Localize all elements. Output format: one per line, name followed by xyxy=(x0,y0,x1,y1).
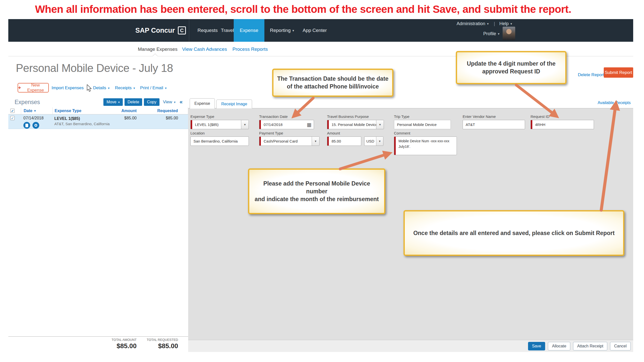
menu-separator: | xyxy=(494,21,495,26)
delete-report-link[interactable]: Delete Report xyxy=(578,72,604,77)
select-all-checkbox[interactable]: ✓ xyxy=(10,109,15,113)
allocate-button[interactable]: Allocate xyxy=(548,342,570,350)
tab-expense[interactable]: Expense xyxy=(190,98,215,109)
plus-icon: + xyxy=(18,85,21,91)
copy-button[interactable]: Copy xyxy=(144,98,159,106)
required-bar xyxy=(327,137,329,146)
expense-type-field[interactable]: LEVEL 1($85) ▾ xyxy=(190,120,249,129)
sap-concur-logo: SAP Concur C xyxy=(135,19,186,42)
expenses-panel: Expenses Move▾ Delete Copy View▾ « ✓ Dat… xyxy=(8,97,188,352)
caret-down-icon: ▾ xyxy=(292,29,294,32)
detail-action-bar: Save Allocate Attach Receipt Cancel xyxy=(188,340,633,352)
view-menu[interactable]: View▾ xyxy=(163,100,176,105)
new-expense-button[interactable]: + New Expense xyxy=(18,83,49,93)
caret-down-icon: ▾ xyxy=(487,22,489,26)
subnav-item-view-cash-advances[interactable]: View Cash Advances xyxy=(182,47,227,52)
nav-item-requests[interactable]: Requests xyxy=(197,19,218,42)
comment-field[interactable]: Mobile Device Num -xxx-xxx-xxx July18'. xyxy=(394,137,457,155)
required-bar xyxy=(531,120,532,129)
subnav-item-manage-expenses[interactable]: Manage Expenses xyxy=(138,47,177,52)
dropdown-chevron-icon[interactable]: ▾ xyxy=(312,137,319,146)
receipt-icon[interactable] xyxy=(23,122,30,129)
caret-down-icon: ▾ xyxy=(498,32,500,36)
expenses-title: Expenses xyxy=(15,99,102,106)
calendar-icon[interactable]: ▦ xyxy=(306,121,313,128)
vendor-name-field[interactable]: AT&T xyxy=(463,120,525,129)
screen: When all information has been entered, s… xyxy=(0,0,644,362)
transaction-date-field[interactable]: 07/14/2018 ▦ xyxy=(259,120,314,129)
details-menu[interactable]: Details▾ xyxy=(93,85,110,90)
dropdown-chevron-icon[interactable]: ▾ xyxy=(376,137,383,146)
table-header: ✓ Date▾ Expense Type Amount Requested xyxy=(8,107,188,114)
amount-field[interactable]: 85.00 xyxy=(327,137,361,146)
required-bar xyxy=(327,120,329,129)
column-header-date[interactable]: Date▾ xyxy=(21,107,52,114)
column-header-requested[interactable]: Requested xyxy=(137,107,188,114)
caret-down-icon: ▾ xyxy=(118,100,120,104)
top-navbar: SAP Concur C Requests Travel Expense Rep… xyxy=(8,19,633,42)
dropdown-chevron-icon[interactable]: ▾ xyxy=(376,120,384,129)
cancel-button[interactable]: Cancel xyxy=(610,342,631,350)
required-bar xyxy=(259,120,261,129)
callout-request-id: Update the 4 digit number of the approve… xyxy=(456,51,567,84)
row-date: 07/14/2018 xyxy=(23,116,44,120)
total-amount-label: TOTAL AMOUNT xyxy=(94,338,137,342)
collapse-panel-icon[interactable]: « xyxy=(180,99,183,105)
mouse-cursor-icon xyxy=(87,84,92,92)
nav-item-reporting[interactable]: Reporting▾ xyxy=(270,19,294,42)
save-button[interactable]: Save xyxy=(528,342,545,350)
currency-select[interactable]: USD ▾ xyxy=(364,137,383,146)
caret-down-icon: ▾ xyxy=(133,86,135,90)
expense-row[interactable]: ✓ 07/14/2018 LEVEL 1($85) AT&T, San Bern… xyxy=(8,114,188,129)
instruction-banner: When all information has been entered, s… xyxy=(0,0,644,19)
delete-button[interactable]: Delete xyxy=(125,98,142,106)
page-title: Personal Mobile Device - July 18 xyxy=(16,62,173,74)
total-requested-label: TOTAL REQUESTED xyxy=(137,338,178,342)
comment-icon[interactable] xyxy=(32,122,39,129)
print-email-menu[interactable]: Print / Email▾ xyxy=(140,85,167,90)
instruction-text: When all information has been entered, s… xyxy=(35,3,571,15)
column-header-expense-type[interactable]: Expense Type xyxy=(52,107,113,114)
help-menu[interactable]: Help▾ xyxy=(499,21,512,26)
concur-logo-box-icon: C xyxy=(178,26,186,34)
row-requested: $85.00 xyxy=(137,116,188,120)
location-field[interactable]: San Bernardino, California xyxy=(190,137,249,146)
total-requested-value: $85.00 xyxy=(137,342,178,350)
submit-report-button[interactable]: Submit Report xyxy=(604,67,633,78)
sort-caret-icon: ▾ xyxy=(34,109,36,113)
callout-submit-report: Once the details are all entered and sav… xyxy=(404,210,624,256)
column-header-amount[interactable]: Amount xyxy=(113,109,137,113)
caret-down-icon: ▾ xyxy=(165,86,167,90)
caret-down-icon: ▾ xyxy=(174,100,176,104)
caret-down-icon: ▾ xyxy=(108,86,110,90)
trip-type-field[interactable]: Personal Mobile Device xyxy=(394,120,451,129)
avatar[interactable] xyxy=(503,27,515,40)
nav-item-expense[interactable]: Expense xyxy=(234,19,264,42)
row-expense-type: LEVEL 1($85) xyxy=(54,116,80,121)
detail-tabs: Expense Receipt Image Available Receipts xyxy=(188,97,633,108)
callout-transaction-date: The Transaction Date should be the date … xyxy=(272,69,393,97)
totals: TOTAL AMOUNT $85.00 TOTAL REQUESTED $85.… xyxy=(8,336,188,350)
nav-item-app-center[interactable]: App Center xyxy=(303,19,327,42)
total-amount-value: $85.00 xyxy=(94,342,137,350)
attach-receipt-button[interactable]: Attach Receipt xyxy=(573,342,607,350)
subnav-item-process-reports[interactable]: Process Reports xyxy=(232,47,268,52)
receipts-menu[interactable]: Receipts▾ xyxy=(115,85,135,90)
dropdown-chevron-icon[interactable]: ▾ xyxy=(241,120,249,129)
travel-business-purpose-field[interactable]: 15. Personal Mobile Device ▾ xyxy=(327,120,384,129)
payment-type-field[interactable]: Cash/Personal Card ▾ xyxy=(259,137,319,146)
available-receipts-link[interactable]: Available Receipts xyxy=(598,101,631,105)
import-expenses-link[interactable]: Import Expenses xyxy=(52,85,84,90)
required-bar xyxy=(259,137,261,146)
administration-menu[interactable]: Administration▾ xyxy=(457,21,489,26)
move-button[interactable]: Move▾ xyxy=(103,98,123,106)
callout-comment: Please add the Personal Mobile Device nu… xyxy=(248,168,385,214)
required-bar xyxy=(394,137,396,155)
request-id-field[interactable]: 4RHH xyxy=(531,120,594,129)
nav-item-travel[interactable]: Travel xyxy=(221,19,234,42)
profile-menu[interactable]: Profile▾ xyxy=(483,31,500,36)
caret-down-icon: ▾ xyxy=(510,22,512,26)
row-checkbox[interactable]: ✓ xyxy=(10,116,15,120)
tab-receipt-image[interactable]: Receipt Image xyxy=(216,100,252,108)
required-bar xyxy=(191,120,192,129)
